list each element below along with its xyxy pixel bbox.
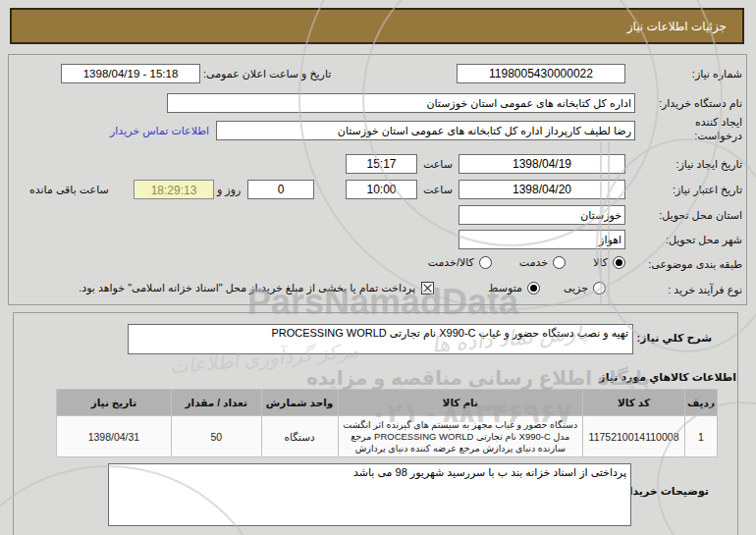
radio-khedmat-circle[interactable]	[553, 256, 566, 269]
need-description-label: شرح کلي نیاز:	[637, 332, 712, 345]
radio-motevasset-circle[interactable]	[527, 282, 540, 294]
radio-motevasset-label: متوسط	[488, 282, 522, 294]
treasury-check-item: پرداخت تمام یا بخشی از مبلغ خرید،از محل …	[79, 282, 434, 294]
col-need-date: تاریخ نیاز	[57, 390, 172, 416]
buyer-notes-value: پرداختی از اسناد خزانه بند ب با سررسید ش…	[353, 466, 626, 479]
radio-motevasset[interactable]: متوسط	[488, 282, 540, 294]
cell-unit: دستگاه	[261, 416, 338, 457]
goods-section-title: اطلاعات کالاهاي مورد نیاز	[599, 371, 736, 384]
remaining-time-badge: 18:29:13	[134, 180, 214, 199]
validity-time-input[interactable]	[346, 180, 417, 199]
remaining-days-suffix: روز و	[217, 184, 241, 196]
col-unit: واحد شمارش	[261, 390, 338, 416]
treasury-checkbox[interactable]	[421, 282, 434, 294]
cell-item-name: دستگاه حضور و غیاب مجهز به سیستم های گیر…	[338, 416, 582, 457]
goods-table: ردیف کد کالا نام کالا واحد شمارش تعداد /…	[56, 389, 718, 457]
classification-label: طبقه بندی موضوعی:	[648, 258, 742, 271]
validity-time-label: ساعت	[423, 184, 453, 196]
classification-radio-group: کالا خدمت کالا/خدمت	[428, 256, 625, 269]
delivery-city-input[interactable]	[459, 230, 625, 249]
radio-khedmat[interactable]: خدمت	[519, 256, 566, 269]
created-date-label: تاریخ ایجاد نیاز:	[675, 158, 742, 171]
request-creator-label: ایجاد کننده درخواست:	[666, 115, 742, 142]
page-title: جزئیات اطلاعات نیاز	[627, 20, 727, 33]
buyer-org-input[interactable]	[167, 93, 635, 113]
cell-need-date: 1398/04/31	[57, 416, 172, 457]
remaining-days-input[interactable]	[247, 180, 314, 199]
announce-datetime-input[interactable]	[61, 64, 200, 83]
buyer-notes-label: توضیحات خریدار:	[620, 485, 709, 498]
created-time-label: ساعت	[423, 158, 453, 171]
goods-table-row: 1 1175210014110008 دستگاه حضور و غیاب مج…	[57, 416, 718, 457]
request-creator-input[interactable]	[216, 121, 635, 140]
delivery-province-label: استان محل تحویل:	[659, 209, 742, 222]
goods-table-header-row: ردیف کد کالا نام کالا واحد شمارش تعداد /…	[57, 390, 718, 416]
validity-date-label: تاریخ اعتبار نیاز:	[673, 184, 742, 196]
radio-jozii-label: جزیی	[564, 282, 588, 294]
created-time-input[interactable]	[346, 154, 417, 174]
radio-jozii-circle[interactable]	[593, 282, 606, 294]
treasury-note: پرداخت تمام یا بخشی از مبلغ خرید،از محل …	[79, 282, 415, 294]
remaining-time-suffix: ساعت باقی مانده	[29, 184, 109, 196]
col-item-name: نام کالا	[338, 390, 582, 416]
cell-item-code: 1175210014110008	[583, 416, 685, 457]
col-item-code: کد کالا	[583, 390, 685, 416]
need-number-label: شماره نیاز:	[692, 68, 742, 80]
delivery-province-input[interactable]	[459, 205, 625, 225]
radio-jozii[interactable]: جزیی	[564, 282, 606, 294]
process-type-label: نوع فرآیند خرید :	[668, 284, 742, 296]
buyer-notes-textarea[interactable]: پرداختی از اسناد خزانه بند ب با سررسید ش…	[108, 463, 631, 526]
validity-date-input[interactable]	[459, 180, 625, 199]
radio-kala-label: کالا	[593, 256, 608, 269]
announce-datetime-label: تاریخ و ساعت اعلان عمومی:	[203, 68, 331, 80]
radio-kala-circle[interactable]	[613, 256, 625, 269]
need-number-input[interactable]	[457, 64, 625, 83]
buyer-org-label: نام دستگاه خریدار:	[659, 97, 742, 110]
need-description-value: تهیه و نصب دستگاه حضور و غیاب X990-C نام…	[271, 327, 628, 340]
process-type-radio-group: جزیی متوسط	[488, 282, 606, 294]
need-description-input[interactable]: تهیه و نصب دستگاه حضور و غیاب X990-C نام…	[128, 324, 633, 354]
cell-row-number: 1	[685, 416, 718, 457]
radio-kala-khedmat-label: کالا/خدمت	[428, 256, 474, 269]
radio-kala-khedmat[interactable]: کالا/خدمت	[428, 256, 492, 269]
radio-khedmat-label: خدمت	[519, 256, 548, 269]
created-date-input[interactable]	[459, 154, 625, 174]
buyer-contact-link[interactable]: اطلاعات تماس خریدار	[110, 125, 209, 137]
col-quantity: تعداد / مقدار	[171, 390, 261, 416]
radio-kala[interactable]: کالا	[593, 256, 625, 269]
cell-quantity: 50	[171, 416, 261, 457]
page: { "page": { "title": "جزئیات اطلاعات نیا…	[0, 0, 756, 535]
col-row-number: ردیف	[685, 390, 718, 416]
page-title-bar: جزئیات اطلاعات نیاز	[10, 8, 744, 44]
delivery-city-label: شهر محل تحویل:	[666, 234, 742, 246]
radio-kala-khedmat-circle[interactable]	[479, 256, 492, 269]
